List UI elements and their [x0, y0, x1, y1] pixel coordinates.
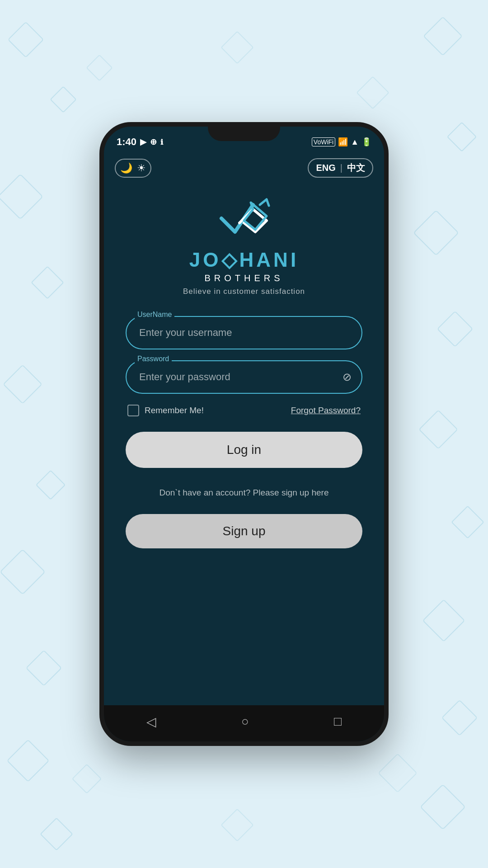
- top-controls: 🌙 ☀ ENG | 中文: [104, 154, 384, 182]
- remember-me-text: Remember Me!: [145, 406, 204, 415]
- brand-tagline: Believe in customer satisfaction: [183, 287, 305, 296]
- options-row: Remember Me! Forgot Password?: [126, 405, 362, 416]
- svg-rect-15: [452, 506, 484, 538]
- remember-me-checkbox[interactable]: [127, 405, 139, 416]
- sun-icon: ☀: [137, 162, 146, 174]
- svg-rect-5: [36, 471, 65, 500]
- password-visibility-toggle[interactable]: ⊘: [343, 371, 352, 383]
- svg-rect-10: [424, 17, 462, 56]
- lang-divider: |: [340, 163, 343, 173]
- moon-icon: 🌙: [120, 162, 132, 174]
- svg-rect-19: [87, 55, 113, 81]
- svg-rect-3: [32, 267, 64, 299]
- svg-rect-23: [221, 32, 253, 64]
- svg-rect-22: [379, 754, 417, 793]
- svg-rect-21: [72, 764, 101, 793]
- bottom-navigation: ◁ ○ □: [104, 705, 384, 741]
- lang-eng: ENG: [316, 163, 335, 173]
- volte-icon: VoWiFi: [312, 137, 335, 146]
- language-toggle-button[interactable]: ENG | 中文: [308, 158, 373, 178]
- status-bar: 1:40 ▶ ⊕ ℹ VoWiFi 📶 ▲ 🔋: [104, 127, 384, 154]
- status-time: 1:40 ▶ ⊕ ℹ: [117, 136, 163, 148]
- svg-rect-14: [419, 410, 458, 449]
- lang-chinese: 中文: [347, 162, 365, 174]
- svg-rect-0: [8, 22, 43, 57]
- time-display: 1:40: [117, 136, 136, 148]
- svg-rect-20: [357, 77, 389, 109]
- svg-rect-4: [4, 365, 42, 404]
- svg-rect-8: [7, 740, 49, 782]
- svg-rect-11: [447, 123, 476, 151]
- remember-me-label[interactable]: Remember Me!: [127, 405, 204, 416]
- svg-rect-9: [41, 818, 73, 850]
- nav-back-button[interactable]: ◁: [146, 714, 156, 729]
- svg-rect-1: [51, 87, 76, 113]
- password-field-wrapper: Password ⊘: [126, 360, 362, 394]
- brand-logo: [217, 196, 271, 241]
- svg-rect-18: [421, 785, 465, 830]
- location-icon: ▶: [140, 137, 146, 147]
- svg-rect-24: [221, 809, 253, 841]
- username-input[interactable]: [126, 316, 362, 349]
- battery-icon: 🔋: [361, 137, 371, 147]
- svg-rect-2: [0, 175, 42, 219]
- data-icon: ℹ: [160, 138, 163, 146]
- brand-name: JO◇HANI: [189, 248, 299, 271]
- svg-line-26: [260, 199, 267, 205]
- signup-button[interactable]: Sign up: [126, 514, 362, 548]
- wifi-icon: 📶: [338, 137, 348, 147]
- password-input-wrapper: ⊘: [126, 360, 362, 394]
- username-label: UserName: [135, 311, 174, 319]
- login-form: UserName Password ⊘ Remember Me! Forgot …: [104, 305, 384, 559]
- password-input[interactable]: [126, 360, 362, 394]
- status-right-icons: VoWiFi 📶 ▲ 🔋: [312, 137, 371, 147]
- username-field-wrapper: UserName: [126, 316, 362, 349]
- logo-area: JO◇HANI BROTHERS Believe in customer sat…: [104, 182, 384, 305]
- theme-toggle-button[interactable]: 🌙 ☀: [115, 159, 151, 178]
- svg-rect-13: [437, 311, 473, 347]
- signal-icon: ▲: [351, 137, 359, 147]
- nav-home-button[interactable]: ○: [241, 714, 249, 729]
- svg-line-27: [267, 199, 269, 206]
- svg-rect-16: [423, 600, 465, 642]
- svg-rect-17: [442, 700, 477, 736]
- svg-rect-7: [26, 651, 61, 686]
- signup-prompt: Don`t have an account? Please sign up he…: [126, 488, 362, 498]
- svg-rect-12: [414, 211, 459, 255]
- svg-rect-6: [0, 550, 45, 594]
- forgot-password-link[interactable]: Forgot Password?: [291, 406, 361, 415]
- password-label: Password: [135, 355, 172, 363]
- nav-recents-button[interactable]: □: [334, 714, 342, 729]
- phone-shell: 1:40 ▶ ⊕ ℹ VoWiFi 📶 ▲ 🔋 🌙 ☀ ENG | 中文: [99, 122, 389, 746]
- vpn-icon: ⊕: [150, 137, 157, 147]
- brand-sub: BROTHERS: [204, 273, 283, 283]
- login-button[interactable]: Log in: [126, 432, 362, 468]
